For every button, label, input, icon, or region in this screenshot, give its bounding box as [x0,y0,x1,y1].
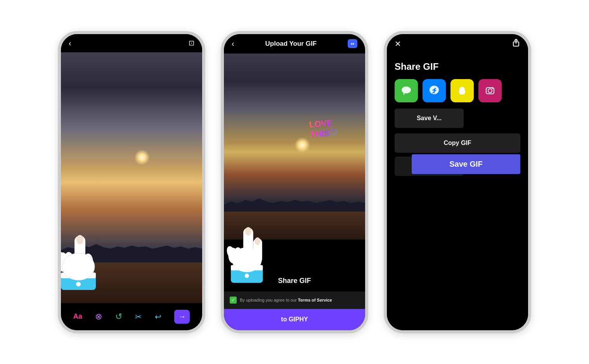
sticker-tool-button[interactable]: ⊗ [95,312,102,322]
crop-icon[interactable]: ⊡ [189,39,194,47]
svg-point-23 [402,86,411,93]
sun-effect [134,150,150,165]
share-messages-button[interactable] [395,79,418,102]
svg-point-13 [232,247,262,272]
phone2-wrapper: LOVE THIS♡ ‹ Upload Your GIF •• + [221,31,368,333]
upload-to-giphy-bar[interactable]: to GIPHY [224,309,365,330]
svg-point-26 [488,89,492,93]
share-system-button[interactable] [512,38,520,49]
phone3-wrapper: ✕ Share GIF [384,31,531,333]
upload-back-button[interactable]: ‹ [232,39,234,48]
photo-background-2: LOVE THIS♡ [224,53,365,240]
terms-text: By uploading you agree to our Terms of S… [240,298,332,302]
giphy-button[interactable]: •• [348,39,357,48]
save-video-button[interactable]: Save V... [395,109,464,128]
svg-point-36 [433,330,440,333]
svg-rect-31 [431,331,442,333]
share-top-bar: ✕ [387,34,528,53]
share-gif-button[interactable]: Share GIF [278,277,311,285]
svg-point-17 [229,247,238,263]
terms-bar: ✓ By uploading you agree to our Terms of… [224,292,365,309]
floor-area-2 [224,212,365,240]
upload-title: Upload Your GIF [265,40,317,48]
svg-point-27 [492,88,493,89]
share-snapchat-button[interactable] [450,79,474,102]
text-tool-button[interactable]: Aa [73,312,82,321]
save-gif-popup[interactable]: Save GIF [412,154,520,174]
copy-gif-row: Copy GIF [395,133,520,153]
action-area: Save V... Save GIF [395,109,520,128]
svg-point-18 [225,245,237,260]
share-instagram-button[interactable] [478,79,502,102]
share-content: Share GIF [387,53,528,330]
phone3: ✕ Share GIF [384,31,531,333]
next-button[interactable]: → [174,310,190,324]
upload-top-bar: ‹ Upload Your GIF •• [224,34,365,53]
love-text: LOVE THIS♡ [309,117,338,140]
phone2: LOVE THIS♡ ‹ Upload Your GIF •• + [221,31,368,333]
copy-gif-button[interactable]: Copy GIF [395,133,520,153]
photo-background [61,34,202,303]
share-apps-row [395,79,520,102]
silhouettes [61,231,202,262]
photo-area [61,34,202,303]
svg-rect-12 [231,265,263,270]
terms-checkbox[interactable]: ✓ [230,297,237,304]
phone1: ‹ ⊡ Aa ⊗ ↺ ✂ ↩ → [58,31,205,333]
hand-cursor-3 [395,309,472,333]
back-button[interactable]: ‹ [69,39,71,48]
save-row: Save V... [395,109,520,128]
bottom-toolbar: Aa ⊗ ↺ ✂ ↩ → [61,303,202,330]
photo-area-2: LOVE THIS♡ [224,53,365,240]
share-messenger-button[interactable] [423,79,446,102]
phone1-wrapper: ‹ ⊡ Aa ⊗ ↺ ✂ ↩ → [58,31,205,333]
undo-tool-button[interactable]: ↩ [155,312,161,321]
share-title: Share GIF [395,61,520,72]
share-gif-bar: Share GIF [224,270,365,292]
floor-area [61,262,202,303]
sun-effect-2 [294,137,310,153]
top-bar: ‹ ⊡ [61,34,202,52]
filter-tool-button[interactable]: ↺ [115,312,122,322]
svg-point-16 [233,247,243,265]
trim-tool-button[interactable]: ✂ [135,312,142,321]
svg-rect-15 [253,238,262,263]
close-button[interactable]: ✕ [395,39,401,48]
phones-container: ‹ ⊡ Aa ⊗ ↺ ✂ ↩ → [0,0,589,364]
